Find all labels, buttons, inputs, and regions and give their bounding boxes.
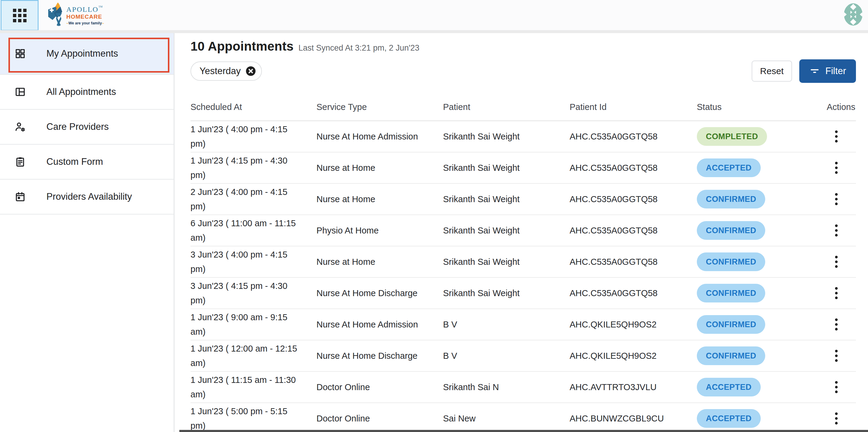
table-row: 1 Jun'23 ( 11:15 am - 11:30 am) Doctor O… — [190, 372, 856, 403]
service-type-cell: Nurse At Home Admission — [316, 129, 443, 144]
status-cell: ACCEPTED — [697, 378, 784, 396]
sidebar-item-label: Care Providers — [46, 122, 109, 132]
service-type-cell: Nurse at Home — [316, 161, 443, 175]
app-root: APOLLOTM HOMECARE –We are your family– — [0, 0, 868, 432]
actions-cell[interactable] — [831, 253, 856, 271]
chip-remove-icon[interactable] — [245, 65, 256, 77]
patient-cell: B V — [443, 348, 569, 363]
sidebar-item-providers-availability[interactable]: Providers Availability — [0, 179, 174, 214]
column-header-patient: Patient — [443, 102, 569, 112]
last-synced-text: Last Synced At 3:21 pm, 2 Jun'23 — [299, 43, 419, 53]
patient-id-cell: AHC.C535A0GGTQ58 — [569, 286, 697, 300]
actions-cell[interactable] — [831, 378, 856, 396]
logo-apollo-word: APOLLOTM — [66, 3, 104, 13]
patient-id-cell: AHC.C535A0GGTQ58 — [569, 223, 697, 238]
table-row: 2 Jun'23 ( 4:00 pm - 4:15 pm) Nurse at H… — [190, 184, 856, 215]
patient-id-cell: AHC.C535A0GGTQ58 — [569, 161, 697, 175]
actions-cell[interactable] — [831, 222, 856, 239]
table-row: 3 Jun'23 ( 4:15 pm - 4:30 pm) Nurse At H… — [190, 278, 856, 309]
user-avatar[interactable] — [844, 3, 863, 26]
actions-cell[interactable] — [831, 190, 856, 208]
patient-id-cell: AHC.C535A0GGTQ58 — [569, 192, 697, 206]
sidebar-item-custom-form[interactable]: Custom Form — [0, 144, 174, 179]
filter-button[interactable]: Filter — [799, 59, 856, 83]
table-row: 1 Jun'23 ( 5:00 pm - 5:15 pm) Doctor Onl… — [190, 403, 856, 432]
kebab-menu-icon[interactable] — [831, 159, 841, 177]
kebab-menu-icon[interactable] — [831, 253, 841, 271]
status-cell: ACCEPTED — [697, 159, 784, 177]
patient-cell: Srikanth Sai N — [443, 380, 569, 394]
column-header-service-type: Service Type — [316, 102, 443, 112]
actions-cell[interactable] — [831, 315, 856, 333]
patient-cell: Srikanth Sai Weight — [443, 161, 569, 175]
actions-cell[interactable] — [831, 347, 856, 365]
dashboard-grid-icon — [14, 48, 26, 59]
actions-cell[interactable] — [831, 284, 856, 302]
column-header-actions: Actions — [827, 102, 856, 112]
topbar-shadow-strip — [0, 30, 868, 33]
kebab-menu-icon[interactable] — [831, 378, 841, 396]
table-row: 1 Jun'23 ( 9:00 am - 9:15 am) Nurse At H… — [190, 309, 856, 340]
column-header-scheduled-at: Scheduled At — [190, 102, 316, 112]
status-cell: ACCEPTED — [697, 409, 784, 428]
kebab-menu-icon[interactable] — [831, 190, 841, 208]
reset-button[interactable]: Reset — [752, 61, 792, 81]
scheduled-at-cell: 1 Jun'23 ( 4:15 pm - 4:30 pm) — [190, 153, 301, 182]
kebab-menu-icon[interactable] — [831, 222, 841, 239]
status-badge: CONFIRMED — [697, 221, 765, 240]
filter-chip-yesterday[interactable]: Yesterday — [190, 62, 262, 81]
apps-grid-button[interactable] — [1, 0, 38, 31]
logo-tagline: –We are your family– — [66, 21, 104, 26]
status-badge: CONFIRMED — [697, 346, 765, 365]
filter-button-label: Filter — [826, 66, 846, 76]
service-type-cell: Nurse at Home — [316, 192, 443, 206]
column-header-patient-id: Patient Id — [569, 102, 697, 112]
status-badge: ACCEPTED — [697, 378, 761, 396]
avatar-identicon — [844, 3, 863, 26]
patient-cell: Srikanth Sai Weight — [443, 286, 569, 300]
status-badge: CONFIRMED — [697, 190, 765, 208]
sidebar-item-all-appointments[interactable]: All Appointments — [0, 75, 174, 110]
appointments-table: Scheduled AtService TypePatientPatient I… — [190, 93, 856, 432]
status-badge: CONFIRMED — [697, 284, 765, 302]
scheduled-at-cell: 1 Jun'23 ( 12:00 am - 12:15 am) — [190, 341, 301, 370]
patient-id-cell: AHC.AVTTRTO3JVLU — [569, 380, 697, 394]
kebab-menu-icon[interactable] — [831, 127, 841, 145]
actions-cell[interactable] — [831, 127, 856, 145]
actions-cell[interactable] — [831, 409, 856, 428]
service-type-cell: Physio At Home — [316, 223, 443, 238]
service-type-cell: Nurse At Home Admission — [316, 317, 443, 332]
scheduled-at-cell: 2 Jun'23 ( 4:00 pm - 4:15 pm) — [190, 185, 301, 213]
scheduled-at-cell: 1 Jun'23 ( 4:00 pm - 4:15 pm) — [190, 122, 301, 151]
scheduled-at-cell: 1 Jun'23 ( 11:15 am - 11:30 am) — [190, 373, 301, 402]
sidebar-item-my-appointments[interactable]: My Appointments — [0, 33, 174, 75]
service-type-cell: Nurse At Home Discharge — [316, 286, 443, 300]
scheduled-at-cell: 1 Jun'23 ( 9:00 am - 9:15 am) — [190, 310, 301, 339]
kebab-menu-icon[interactable] — [831, 409, 841, 428]
kebab-menu-icon[interactable] — [831, 315, 841, 333]
logo-homecare-word: HOMECARE — [66, 13, 104, 21]
patient-id-cell: AHC.QKILE5QH9OS2 — [569, 348, 697, 363]
person-gear-icon — [14, 121, 26, 133]
filter-row: Yesterday Reset Filter — [190, 61, 856, 81]
patient-cell: Srikanth Sai Weight — [443, 223, 569, 238]
scheduled-at-cell: 3 Jun'23 ( 4:15 pm - 4:30 pm) — [190, 279, 301, 307]
kebab-menu-icon[interactable] — [831, 284, 841, 302]
status-badge: CONFIRMED — [697, 253, 765, 271]
apollo-logo-emblem — [48, 2, 65, 27]
service-type-cell: Doctor Online — [316, 411, 443, 426]
column-header-status: Status — [697, 102, 784, 112]
patient-cell: Srikanth Sai Weight — [443, 255, 569, 269]
sidebar-item-care-providers[interactable]: Care Providers — [0, 110, 174, 144]
table-body: 1 Jun'23 ( 4:00 pm - 4:15 pm) Nurse At H… — [190, 121, 856, 432]
table-row: 1 Jun'23 ( 4:15 pm - 4:30 pm) Nurse at H… — [190, 153, 856, 184]
filter-icon — [809, 66, 820, 76]
scheduled-at-cell: 6 Jun'23 ( 11:00 am - 11:15 am) — [190, 216, 301, 245]
layout-columns-icon — [14, 86, 26, 98]
top-app-bar: APOLLOTM HOMECARE –We are your family– — [0, 0, 868, 30]
patient-id-cell: AHC.C535A0GGTQ58 — [569, 129, 697, 144]
actions-cell[interactable] — [831, 159, 856, 177]
status-cell: COMPLETED — [697, 127, 784, 146]
service-type-cell: Nurse At Home Discharge — [316, 348, 443, 363]
kebab-menu-icon[interactable] — [831, 347, 841, 365]
